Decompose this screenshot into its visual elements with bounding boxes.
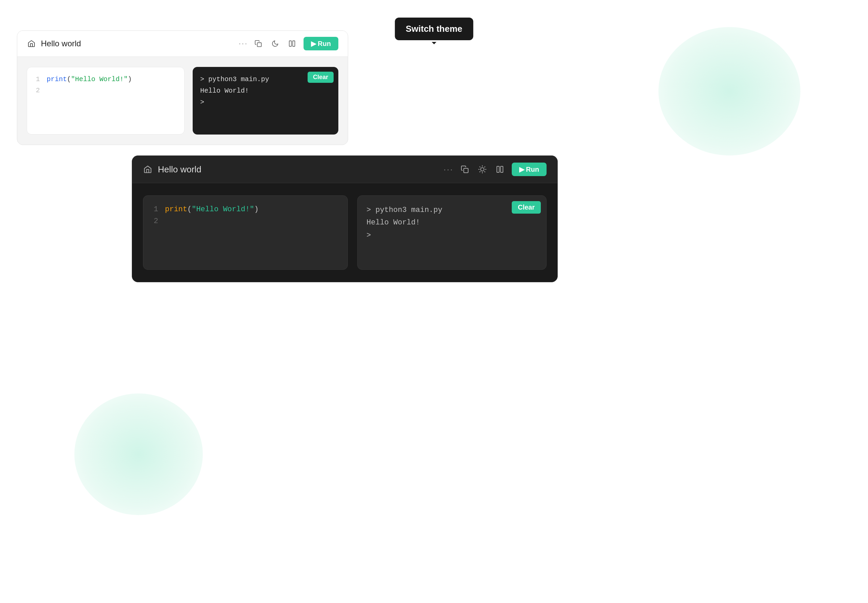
svg-rect-3 (464, 169, 468, 173)
dark-code-line-1: 1 print("Hello World!") (151, 205, 339, 213)
code-line-1: 1 print("Hello World!") (34, 76, 178, 83)
light-terminal-line3: > (200, 97, 331, 108)
dark-panel-dots[interactable]: ··· (444, 165, 454, 174)
code-string: "Hello World!" (71, 76, 128, 83)
dark-panel-title: Hello world (158, 164, 439, 175)
decorative-blob-bottom (74, 393, 203, 515)
moon-icon[interactable] (270, 38, 281, 49)
dark-split-icon[interactable] (494, 164, 506, 175)
light-panel-dots[interactable]: ··· (239, 39, 248, 48)
sun-icon[interactable] (477, 164, 488, 175)
light-panel-header: Hello world ··· ▶ Run (17, 31, 348, 57)
dark-line-number-1: 1 (151, 205, 158, 213)
light-code-editor[interactable]: 1 print("Hello World!") 2 (27, 67, 185, 135)
svg-rect-14 (500, 166, 503, 172)
dark-panel-header: Hello world ··· (132, 156, 558, 183)
svg-rect-0 (257, 43, 261, 46)
dark-code-content-1: print("Hello World!") (165, 205, 259, 213)
light-terminal: Clear > python3 main.py Hello World! > (193, 67, 338, 135)
light-panel-title: Hello world (41, 39, 234, 48)
code-content-1: print("Hello World!") (46, 76, 132, 83)
light-theme-panel: Hello world ··· ▶ Run (17, 31, 348, 145)
switch-theme-tooltip: Switch theme (395, 18, 473, 40)
home-icon (27, 39, 36, 48)
code-line-2: 2 (34, 87, 178, 94)
dark-code-paren-close: ) (254, 205, 259, 213)
svg-rect-1 (289, 41, 291, 46)
light-panel-body: 1 print("Hello World!") 2 Clear > python… (17, 57, 348, 145)
dark-code-paren-open: ( (187, 205, 192, 213)
dark-terminal-line2: Hello World! (366, 216, 537, 229)
svg-point-4 (480, 168, 484, 171)
dark-code-string: "Hello World!" (192, 205, 254, 213)
light-terminal-line2: Hello World! (200, 85, 331, 97)
dark-line-number-2: 2 (151, 217, 158, 226)
line-number-1: 1 (34, 76, 40, 83)
code-paren-close: ) (128, 76, 132, 83)
svg-line-7 (480, 167, 480, 167)
dark-home-icon (143, 165, 153, 174)
dark-theme-panel: Hello world ··· (132, 156, 558, 282)
split-icon[interactable] (287, 38, 297, 49)
line-number-2: 2 (34, 87, 40, 94)
dark-code-line-2: 2 (151, 217, 339, 226)
svg-line-12 (484, 167, 485, 167)
light-panel-actions: ▶ Run (253, 37, 338, 50)
dark-code-editor[interactable]: 1 print("Hello World!") 2 (143, 195, 348, 270)
dark-copy-icon[interactable] (459, 164, 471, 175)
code-fn: print (46, 76, 67, 83)
light-clear-button[interactable]: Clear (307, 72, 334, 83)
dark-terminal-line3: > (366, 229, 537, 242)
light-run-button[interactable]: ▶ Run (304, 37, 338, 50)
dark-panel-body: 1 print("Hello World!") 2 Clear > python… (132, 183, 558, 282)
copy-icon[interactable] (253, 38, 264, 49)
dark-code-fn: print (165, 205, 187, 213)
dark-terminal: Clear > python3 main.py Hello World! > (357, 195, 547, 270)
decorative-blob-top (658, 27, 800, 156)
svg-rect-2 (292, 41, 294, 46)
dark-clear-button[interactable]: Clear (512, 201, 541, 213)
dark-run-button[interactable]: ▶ Run (512, 162, 547, 176)
tooltip-label: Switch theme (406, 24, 462, 34)
dark-panel-actions: ▶ Run (459, 162, 547, 176)
code-paren-open: ( (67, 76, 71, 83)
svg-rect-13 (497, 166, 499, 172)
